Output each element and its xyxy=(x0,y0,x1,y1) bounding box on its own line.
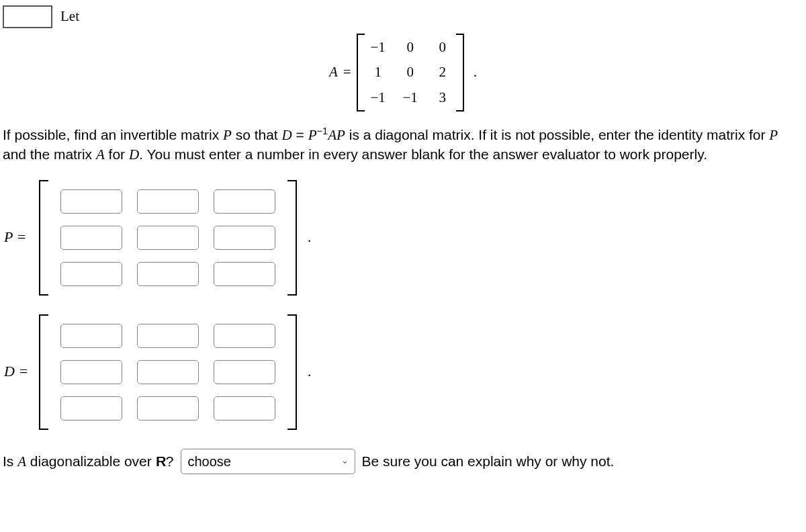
p-input-11[interactable] xyxy=(60,189,122,214)
problem-number-input[interactable] xyxy=(3,5,52,28)
d-input-13[interactable] xyxy=(214,324,275,348)
instructions-text: If possible, find an invertible matrix P… xyxy=(3,125,803,164)
matrix-cell: 0 xyxy=(401,38,420,57)
left-bracket-icon xyxy=(357,34,365,112)
right-bracket-icon xyxy=(287,314,297,430)
period: . xyxy=(474,62,477,82)
matrix-cell: −1 xyxy=(369,38,388,57)
p-input-33[interactable] xyxy=(214,262,275,286)
instr-text: and the matrix xyxy=(3,146,96,162)
matrix-A-equation: A = −1 0 0 1 0 2 −1 −1 3 . xyxy=(3,34,803,112)
A-symbol: A xyxy=(17,453,26,470)
d-input-21[interactable] xyxy=(60,360,122,384)
matrix-A-brackets: −1 0 0 1 0 2 −1 −1 3 xyxy=(357,34,464,112)
diagonalizable-question: Is A diagonalizable over R? choose ⌄ Be … xyxy=(3,449,803,474)
P-equals-label: P = xyxy=(4,227,32,248)
instr-text: for xyxy=(105,146,129,162)
instr-text: is a diagonal matrix. If it is not possi… xyxy=(345,127,769,142)
p-input-32[interactable] xyxy=(137,262,199,286)
D-symbol: D xyxy=(129,146,139,163)
inverse-exponent: −1 xyxy=(316,126,328,136)
matrix-A-symbol: A xyxy=(329,62,338,82)
instr-text: so that xyxy=(232,127,282,142)
real-numbers-symbol: R xyxy=(156,451,166,471)
matrix-D-answer: D = . xyxy=(3,314,803,430)
left-bracket-icon xyxy=(39,314,48,430)
instr-text: . You must enter a number in every answe… xyxy=(139,146,707,162)
d-input-31[interactable] xyxy=(60,396,122,420)
matrix-cell: −1 xyxy=(401,88,420,107)
matrix-cell: 1 xyxy=(369,62,388,82)
period: . xyxy=(308,228,311,247)
let-label: Let xyxy=(60,7,79,26)
matrix-P-inputs xyxy=(55,180,281,296)
p-input-23[interactable] xyxy=(214,226,275,250)
header-row: Let xyxy=(3,5,803,28)
p-input-13[interactable] xyxy=(214,189,275,214)
period: . xyxy=(308,362,311,382)
q-text: diagonalizable over xyxy=(26,453,156,469)
diagonalizable-select[interactable]: choose xyxy=(181,449,355,474)
matrix-cell: 0 xyxy=(401,62,420,82)
d-input-12[interactable] xyxy=(137,324,199,348)
P-symbol: P xyxy=(769,127,778,143)
equals-sign: = xyxy=(343,62,351,82)
instr-text: = xyxy=(292,127,308,142)
P-symbol: P xyxy=(337,127,345,143)
d-input-23[interactable] xyxy=(214,360,275,384)
matrix-A-grid: −1 0 0 1 0 2 −1 −1 3 xyxy=(365,34,456,112)
right-bracket-icon xyxy=(287,180,297,296)
matrix-D-inputs xyxy=(55,314,281,430)
matrix-cell: 2 xyxy=(433,62,452,82)
question-text: Is A diagonalizable over R? xyxy=(3,451,174,472)
d-input-32[interactable] xyxy=(137,396,199,420)
explain-hint: Be sure you can explain why or why not. xyxy=(362,451,615,471)
q-text: ? xyxy=(166,453,174,469)
p-input-12[interactable] xyxy=(137,189,199,214)
matrix-cell: 3 xyxy=(433,88,452,107)
instr-text: If possible, find an invertible matrix xyxy=(3,127,223,142)
choose-select-wrap: choose ⌄ xyxy=(181,449,355,474)
left-bracket-icon xyxy=(39,180,48,296)
d-input-33[interactable] xyxy=(214,396,275,420)
p-input-31[interactable] xyxy=(60,262,122,286)
A-symbol: A xyxy=(328,127,337,143)
d-input-22[interactable] xyxy=(137,360,199,384)
matrix-cell: 0 xyxy=(433,38,452,57)
matrix-cell: −1 xyxy=(369,88,388,107)
d-input-11[interactable] xyxy=(60,324,122,348)
q-text: Is xyxy=(3,453,17,469)
P-symbol: P xyxy=(308,127,317,143)
p-input-21[interactable] xyxy=(60,226,122,250)
A-symbol: A xyxy=(96,146,105,163)
right-bracket-icon xyxy=(456,34,464,112)
matrix-P-answer: P = . xyxy=(3,180,803,296)
P-symbol: P xyxy=(223,127,232,143)
D-symbol: D xyxy=(282,127,292,143)
D-equals-label: D = xyxy=(4,361,32,382)
p-input-22[interactable] xyxy=(137,226,199,250)
